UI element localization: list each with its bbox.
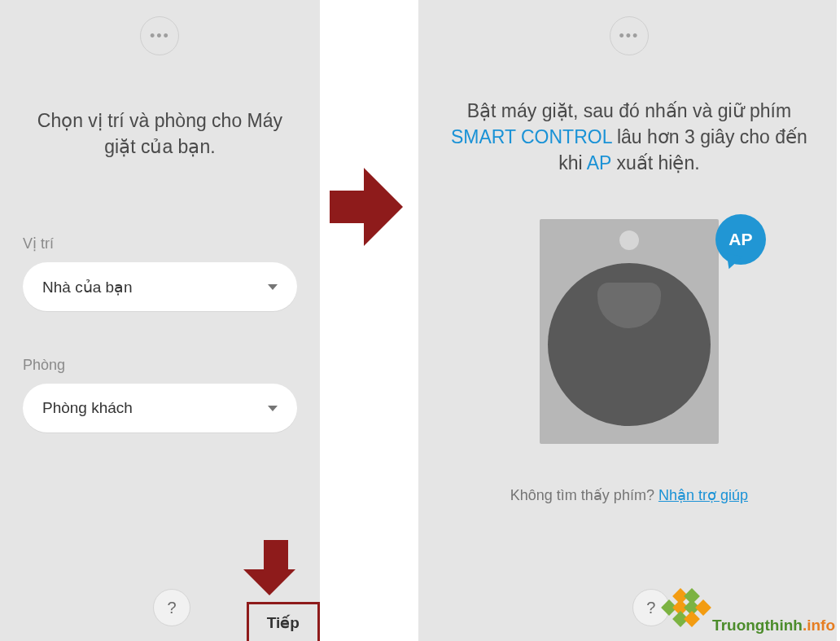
room-field: Phòng Phòng khách [0,357,320,432]
more-menu-button[interactable]: ••• [140,16,179,55]
help-link[interactable]: Nhận trợ giúp [658,487,748,503]
location-select[interactable]: Nhà của bạn [23,262,297,311]
next-button[interactable]: Tiếp [247,602,320,641]
ap-highlight: AP [587,152,611,173]
question-icon: ? [646,599,655,617]
help-button[interactable]: ? [153,589,190,626]
more-icon: ••• [619,28,639,45]
washer-drum-icon [548,263,711,426]
panel-gap [320,0,418,641]
next-label: Tiếp [267,613,300,632]
washer-top-icon [619,230,639,250]
smart-control-highlight: SMART CONTROL [451,126,612,147]
instruction-title: Bật máy giặt, sau đó nhấn và giữ phím SM… [418,98,840,177]
help-line: Không tìm thấy phím? Nhận trợ giúp [418,486,840,504]
screen-select-location: ••• Chọn vị trí và phòng cho Máy giặt củ… [0,0,320,641]
brand-watermark: Truongthinh.info [660,591,835,634]
brand-name-1: Truongthinh [712,617,803,634]
title-text: xuất hiện. [611,152,700,173]
brand-text: Truongthinh.info [712,617,835,634]
location-label: Vị trí [23,235,297,252]
room-label: Phòng [23,357,297,374]
room-select[interactable]: Phòng khách [23,384,297,432]
room-value: Phòng khách [42,399,133,417]
chevron-down-icon [268,406,278,411]
brand-logo-icon [660,591,709,634]
location-value: Nhà của bạn [42,278,133,296]
ap-badge-text: AP [728,230,752,249]
washer-door-icon [597,283,661,328]
location-field: Vị trí Nhà của bạn [0,235,320,311]
washer-illustration: AP [540,219,719,444]
right-edge [837,0,840,641]
arrow-down-icon [257,540,295,595]
more-menu-button[interactable]: ••• [610,16,649,55]
ap-badge: AP [715,214,766,265]
chevron-down-icon [268,284,278,290]
more-icon: ••• [150,28,170,45]
help-text: Không tìm thấy phím? [510,487,658,503]
page-title: Chọn vị trí và phòng cho Máy giặt của bạ… [0,108,320,160]
screen-smart-control: ••• Bật máy giặt, sau đó nhấn và giữ phí… [418,0,840,641]
question-icon: ? [167,599,176,617]
brand-name-2: .info [803,617,835,634]
title-text: Bật máy giặt, sau đó nhấn và giữ phím [467,100,791,121]
